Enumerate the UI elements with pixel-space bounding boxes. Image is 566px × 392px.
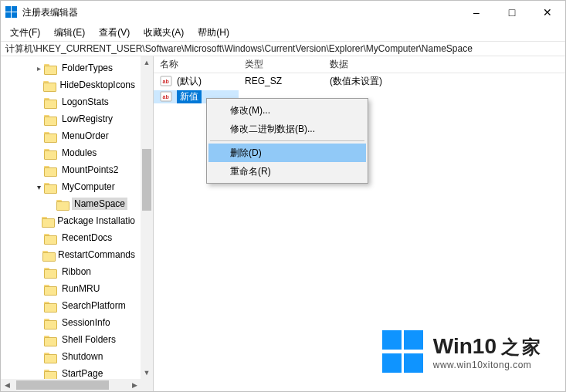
folder-icon (44, 181, 56, 192)
tree-item-label: RecentDocs (59, 231, 114, 244)
tree-item-label: Shutdown (59, 350, 105, 363)
tree-item-label: HideDesktopIcons (58, 79, 137, 91)
value-name: (默认) (177, 75, 202, 88)
menubar: 文件(F) 编辑(E) 查看(V) 收藏夹(A) 帮助(H) (1, 24, 565, 41)
menu-file[interactable]: 文件(F) (4, 25, 46, 41)
tree-item-label: Modules (59, 147, 99, 159)
tree-item-label: MyComputer (59, 181, 117, 193)
tree-item-label: LogonStats (59, 96, 111, 108)
folder-icon (42, 249, 53, 260)
tree-item[interactable]: Modules (1, 144, 141, 161)
context-menu: 修改(M)... 修改二进制数据(B)... 删除(D) 重命名(R) (206, 98, 368, 184)
tree-item-label: Shell Folders (59, 333, 118, 346)
value-type: REG_SZ (239, 76, 324, 86)
menu-edit[interactable]: 编辑(E) (48, 25, 91, 41)
tree-item-label: FolderTypes (59, 62, 115, 74)
svg-text:ab: ab (163, 79, 169, 84)
ctx-delete[interactable]: 删除(D) (208, 144, 366, 162)
tree-item-label: SessionInfo (59, 316, 113, 329)
scroll-down-icon[interactable]: ▼ (141, 367, 153, 379)
menu-favorites[interactable]: 收藏夹(A) (137, 25, 190, 41)
menu-view[interactable]: 查看(V) (93, 25, 136, 41)
tree-item[interactable]: MountPoints2 (1, 161, 141, 178)
tree-item[interactable]: Ribbon (1, 263, 141, 280)
watermark: Win10 之家 www.win10xitong.com (382, 330, 543, 373)
column-name[interactable]: 名称 (154, 58, 239, 71)
tree-item-label: MenuOrder (59, 130, 111, 142)
folder-icon (44, 368, 56, 379)
address-bar[interactable]: 计算机\HKEY_CURRENT_USER\Software\Microsoft… (1, 41, 565, 56)
tree-pane: FolderTypesHideDesktopIconsLogonStatsLow… (1, 56, 154, 391)
minimize-button[interactable]: – (459, 1, 494, 24)
folder-icon (44, 113, 56, 124)
tree-item-label: StartPage (59, 367, 105, 379)
column-type[interactable]: 类型 (239, 58, 324, 71)
folder-icon (56, 198, 69, 209)
tree-item[interactable]: Shell Folders (1, 331, 141, 348)
folder-icon (44, 351, 56, 362)
maximize-button[interactable]: □ (494, 1, 530, 24)
tree-item[interactable]: NameSpace (1, 195, 141, 212)
ctx-separator (210, 140, 364, 141)
table-row[interactable]: ab(默认)REG_SZ(数值未设置) (154, 73, 565, 89)
tree-item[interactable]: RestartCommands (1, 246, 141, 263)
registry-tree[interactable]: FolderTypesHideDesktopIconsLogonStatsLow… (1, 56, 141, 379)
folder-icon (44, 300, 56, 311)
scroll-left-icon[interactable]: ◀ (1, 379, 13, 391)
ctx-modify[interactable]: 修改(M)... (208, 101, 366, 120)
tree-item[interactable]: MyComputer (1, 178, 141, 195)
folder-icon (44, 96, 56, 107)
tree-item[interactable]: FolderTypes (1, 59, 141, 76)
titlebar: 注册表编辑器 – □ ✕ (1, 1, 565, 24)
close-button[interactable]: ✕ (530, 1, 565, 24)
watermark-brand: Win10 (433, 334, 497, 359)
tree-item-label: SearchPlatform (59, 299, 128, 312)
value-name: 新值 (177, 90, 202, 103)
windows-logo-icon (382, 330, 425, 373)
tree-item[interactable]: RecentDocs (1, 229, 141, 246)
string-value-icon: ab (160, 90, 172, 103)
scroll-up-icon[interactable]: ▲ (141, 56, 153, 69)
folder-icon (42, 215, 52, 226)
tree-item[interactable]: LowRegistry (1, 110, 141, 127)
window-title: 注册表编辑器 (22, 6, 459, 19)
tree-item-label: Ribbon (59, 265, 93, 278)
scroll-right-icon[interactable]: ▶ (128, 379, 141, 391)
tree-item-label: RunMRU (59, 282, 102, 295)
folder-icon (43, 79, 55, 90)
folder-icon (44, 164, 56, 175)
string-value-icon: ab (160, 75, 172, 87)
folder-icon (44, 266, 56, 277)
tree-horizontal-scrollbar[interactable]: ◀ ▶ (1, 379, 141, 391)
folder-icon (44, 147, 56, 158)
tree-item-label: RestartCommands (56, 248, 137, 261)
vscroll-thumb[interactable] (142, 149, 151, 211)
tree-item[interactable]: SessionInfo (1, 314, 141, 331)
tree-item-label: NameSpace (72, 198, 127, 210)
list-header: 名称 类型 数据 (154, 56, 565, 73)
hscroll-thumb[interactable] (16, 380, 109, 390)
column-data[interactable]: 数据 (324, 58, 565, 71)
tree-item[interactable]: Package Installatio (1, 212, 141, 229)
value-data: (数值未设置) (324, 75, 565, 88)
tree-item[interactable]: RunMRU (1, 280, 141, 297)
tree-item-label: MountPoints2 (59, 164, 120, 176)
window-controls: – □ ✕ (459, 1, 565, 24)
folder-icon (44, 283, 56, 294)
tree-item[interactable]: StartPage (1, 365, 141, 379)
expander-icon[interactable] (33, 183, 44, 191)
folder-icon (44, 232, 56, 243)
tree-item[interactable]: LogonStats (1, 93, 141, 110)
folder-icon (44, 130, 56, 141)
folder-icon (44, 334, 56, 345)
expander-icon[interactable] (33, 64, 44, 73)
ctx-modify-binary[interactable]: 修改二进制数据(B)... (208, 120, 366, 138)
ctx-rename[interactable]: 重命名(R) (208, 162, 366, 181)
tree-item[interactable]: MenuOrder (1, 127, 141, 144)
menu-help[interactable]: 帮助(H) (191, 25, 236, 41)
tree-item[interactable]: SearchPlatform (1, 297, 141, 314)
watermark-suffix: 之家 (501, 335, 543, 360)
tree-item[interactable]: HideDesktopIcons (1, 76, 141, 93)
tree-item[interactable]: Shutdown (1, 348, 141, 365)
tree-vertical-scrollbar[interactable]: ▲ ▼ (141, 56, 153, 379)
